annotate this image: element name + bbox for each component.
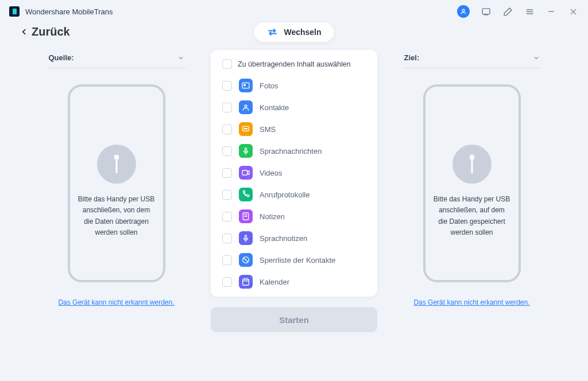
svg-rect-10	[242, 83, 249, 88]
svg-rect-17	[245, 148, 247, 152]
item-checkbox[interactable]	[222, 255, 232, 265]
swap-label: Wechseln	[284, 28, 321, 37]
item-icon	[239, 231, 253, 245]
source-label: Quelle:	[49, 53, 74, 62]
chevron-left-icon	[21, 28, 28, 36]
target-device-dropdown[interactable]: Ziel:	[403, 50, 541, 68]
item-icon	[239, 122, 253, 136]
item-label: Videos	[260, 169, 283, 177]
item-label: Kalender	[260, 278, 289, 286]
content-item[interactable]: Videos	[222, 162, 368, 184]
minimize-icon[interactable]	[546, 6, 557, 17]
content-item[interactable]: Anrufprotokolle	[222, 184, 368, 205]
item-checkbox[interactable]	[222, 81, 232, 91]
feedback-icon[interactable]	[480, 6, 492, 17]
content-item[interactable]: Fotos	[222, 75, 368, 96]
item-checkbox[interactable]	[222, 168, 232, 178]
svg-rect-32	[471, 160, 473, 173]
svg-point-12	[245, 105, 247, 107]
item-checkbox[interactable]	[222, 146, 232, 156]
select-all-checkbox[interactable]	[222, 59, 232, 69]
item-label: Sprachnotizen	[260, 234, 307, 243]
svg-point-11	[244, 84, 246, 86]
back-button[interactable]: Zurück	[21, 25, 70, 38]
svg-point-14	[244, 129, 245, 129]
item-icon	[239, 144, 253, 158]
content-item[interactable]: Sprachnotizen	[222, 227, 368, 249]
usb-icon	[97, 145, 136, 184]
item-icon	[239, 166, 253, 180]
svg-rect-23	[245, 235, 247, 239]
item-label: Notizen	[260, 212, 285, 221]
item-icon	[239, 79, 253, 92]
target-detect-link[interactable]: Das Gerät kann nicht erkannt werden.	[413, 298, 529, 306]
content-selection-panel: Zu übertragenden Inhalt auswählen FotosK…	[211, 50, 377, 297]
item-checkbox[interactable]	[222, 103, 232, 112]
source-detect-link[interactable]: Das Gerät kann nicht erkannt werden.	[58, 298, 174, 306]
content-item[interactable]: Sperrliste der Kontakte	[222, 249, 368, 271]
swap-button[interactable]: Wechseln	[254, 22, 334, 42]
content-item[interactable]: SMS	[222, 118, 368, 140]
item-icon	[239, 253, 253, 267]
target-label: Ziel:	[404, 53, 420, 62]
select-all-label: Zu übertragenden Inhalt auswählen	[238, 60, 351, 68]
item-label: SMS	[260, 125, 276, 134]
item-icon	[239, 100, 253, 114]
item-checkbox[interactable]	[222, 212, 232, 221]
item-label: Kontakte	[260, 103, 289, 112]
item-label: Sprachnachrichten	[260, 147, 322, 155]
item-icon	[239, 188, 253, 201]
close-icon[interactable]	[567, 6, 579, 17]
chevron-down-icon	[177, 55, 184, 61]
item-checkbox[interactable]	[222, 125, 232, 134]
svg-rect-19	[242, 170, 247, 175]
item-icon	[239, 275, 253, 289]
content-item[interactable]: Kontakte	[222, 96, 368, 118]
svg-point-15	[245, 129, 246, 129]
item-checkbox[interactable]	[222, 190, 232, 200]
menu-icon[interactable]	[524, 6, 535, 17]
item-checkbox[interactable]	[222, 234, 232, 243]
svg-rect-1	[482, 8, 490, 14]
item-label: Anrufprotokolle	[260, 190, 310, 199]
start-button[interactable]: Starten	[211, 307, 377, 332]
edit-icon[interactable]	[502, 6, 513, 17]
svg-rect-9	[115, 160, 117, 173]
item-icon	[239, 209, 253, 223]
svg-rect-27	[243, 279, 249, 285]
item-label: Sperrliste der Kontakte	[260, 256, 335, 265]
user-icon[interactable]	[457, 5, 470, 18]
svg-line-26	[244, 258, 248, 262]
swap-icon	[266, 28, 278, 37]
content-item[interactable]: Sprachnachrichten	[222, 140, 368, 162]
target-phone-message: Bitte das Handy per USB anschließen, auf…	[434, 194, 510, 238]
item-checkbox[interactable]	[222, 277, 232, 287]
source-device-dropdown[interactable]: Quelle:	[48, 50, 185, 68]
content-item[interactable]: Notizen	[222, 205, 368, 227]
source-phone-message: Bitte das Handy per USB anschließen, von…	[78, 194, 155, 238]
item-label: Fotos	[260, 81, 278, 90]
back-label: Zurück	[32, 25, 70, 38]
app-logo	[9, 6, 20, 17]
chevron-down-icon	[533, 55, 540, 61]
target-phone-placeholder: Bitte das Handy per USB anschließen, auf…	[423, 84, 521, 282]
svg-point-16	[246, 129, 247, 129]
usb-icon	[452, 145, 492, 184]
svg-rect-8	[114, 155, 119, 160]
app-title: Wondershare MobileTrans	[25, 7, 113, 16]
svg-rect-31	[470, 155, 474, 160]
source-phone-placeholder: Bitte das Handy per USB anschließen, von…	[68, 84, 165, 282]
content-item[interactable]: Kalender	[222, 271, 368, 292]
svg-point-0	[462, 9, 465, 11]
